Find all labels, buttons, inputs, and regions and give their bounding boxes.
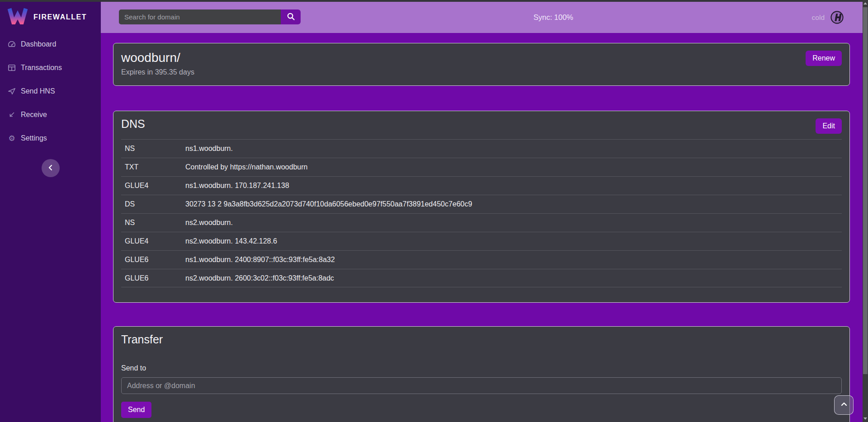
- dns-record-type: GLUE4: [121, 237, 185, 245]
- dns-record-type: GLUE4: [121, 182, 185, 190]
- sync-status: Sync: 100%: [508, 2, 599, 33]
- dns-record-type: TXT: [121, 163, 185, 171]
- page-scrollbar[interactable]: [863, 0, 868, 422]
- domain-search-button[interactable]: [281, 9, 301, 24]
- domain-expiry: Expires in 395.35 days: [121, 68, 842, 76]
- chevron-up-icon: [840, 400, 848, 410]
- dns-record-value: ns2.woodburn. 2600:3c02::f03c:93ff:fe5a:…: [185, 274, 334, 282]
- sidebar-item-send-hns[interactable]: Send HNS: [0, 80, 101, 103]
- sidebar-item-receive[interactable]: Receive: [0, 103, 101, 127]
- domain-card: woodburn/ Expires in 395.35 days Renew: [113, 43, 850, 86]
- dashboard-gauge-icon: [8, 40, 16, 48]
- sidebar-item-dashboard[interactable]: Dashboard: [0, 33, 101, 56]
- dns-record-row: TXTControlled by https://nathan.woodburn: [121, 158, 842, 176]
- domain-title: woodburn/: [121, 51, 842, 65]
- dns-title: DNS: [121, 117, 842, 131]
- dns-record-value: ns2.woodburn. 143.42.128.6: [185, 237, 277, 245]
- sidebar-item-label: Transactions: [21, 64, 62, 72]
- dns-record-row: NSns1.woodburn.: [121, 139, 842, 158]
- sidebar-item-settings[interactable]: ⚙Settings: [0, 127, 101, 150]
- handshake-logo-icon[interactable]: [830, 10, 844, 24]
- scrollbar-thumb[interactable]: [863, 7, 868, 374]
- sidebar-item-label: Settings: [21, 134, 47, 142]
- main-content: woodburn/ Expires in 395.35 days Renew D…: [101, 33, 863, 422]
- firewallet-app: FIREWALLET DashboardTransactionsSend HNS…: [0, 0, 868, 422]
- dns-card: DNS Edit NSns1.woodburn.TXTControlled by…: [113, 111, 850, 303]
- dns-record-value: 30273 13 2 9a3a8fb3d625d2a2073d740f10da6…: [185, 200, 472, 208]
- dns-record-value: Controlled by https://nathan.woodburn: [185, 163, 307, 171]
- renew-button[interactable]: Renew: [806, 51, 842, 66]
- sidebar: FIREWALLET DashboardTransactionsSend HNS…: [0, 2, 101, 422]
- dns-record-type: NS: [121, 145, 185, 153]
- dns-record-row: GLUE6ns2.woodburn. 2600:3c02::f03c:93ff:…: [121, 269, 842, 287]
- scrollbar-up-arrow-icon[interactable]: [863, 2, 867, 5]
- dns-record-value: ns1.woodburn.: [185, 145, 233, 153]
- domain-search-input[interactable]: [119, 9, 281, 24]
- sidebar-collapse-button[interactable]: [42, 159, 60, 177]
- dns-record-row: GLUE4ns2.woodburn. 143.42.128.6: [121, 232, 842, 250]
- transactions-table-icon: [8, 64, 16, 72]
- dns-record-row: GLUE6ns1.woodburn. 2400:8907::f03c:93ff:…: [121, 250, 842, 269]
- settings-gear-icon: ⚙: [8, 134, 16, 142]
- search-icon: [287, 12, 295, 22]
- wallet-indicator: cold: [812, 2, 844, 33]
- sidebar-item-label: Dashboard: [21, 40, 56, 48]
- sidebar-item-label: Receive: [21, 111, 47, 119]
- sidebar-nav: DashboardTransactionsSend HNSReceive⚙Set…: [0, 33, 101, 150]
- dns-record-row: DS30273 13 2 9a3a8fb3d625d2a2073d740f10d…: [121, 195, 842, 213]
- send-button[interactable]: Send: [121, 402, 151, 418]
- dns-record-value: ns2.woodburn.: [185, 219, 233, 227]
- sidebar-item-transactions[interactable]: Transactions: [0, 56, 101, 80]
- transfer-title: Transfer: [121, 333, 842, 346]
- brand[interactable]: FIREWALLET: [0, 2, 101, 26]
- dns-record-type: NS: [121, 219, 185, 227]
- dns-record-row: NSns2.woodburn.: [121, 213, 842, 232]
- firewallet-logo-icon: [8, 8, 28, 26]
- chevron-left-icon: [47, 164, 54, 173]
- send-to-label: Send to: [121, 364, 842, 372]
- dns-record-row: GLUE4ns1.woodburn. 170.187.241.138: [121, 176, 842, 195]
- dns-record-type: GLUE6: [121, 274, 185, 282]
- edit-dns-button[interactable]: Edit: [816, 118, 842, 134]
- window-top-edge: [0, 0, 863, 2]
- wallet-name[interactable]: cold: [812, 14, 825, 22]
- dns-record-value: ns1.woodburn. 170.187.241.138: [185, 182, 289, 190]
- dns-record-value: ns1.woodburn. 2400:8907::f03c:93ff:fe5a:…: [185, 256, 335, 264]
- sidebar-item-label: Send HNS: [21, 87, 55, 95]
- domain-searchbox: [119, 9, 301, 24]
- dns-record-type: DS: [121, 200, 185, 208]
- scroll-to-top-button[interactable]: [834, 395, 854, 415]
- topbar: Sync: 100% cold: [101, 2, 863, 33]
- send-icon: [8, 87, 16, 95]
- transfer-address-input[interactable]: [121, 377, 842, 394]
- dns-record-type: GLUE6: [121, 256, 185, 264]
- receive-icon: [8, 111, 16, 119]
- dns-records: NSns1.woodburn.TXTControlled by https://…: [121, 139, 842, 287]
- transfer-card: Transfer Send to Send: [113, 326, 850, 422]
- scrollbar-down-arrow-icon[interactable]: [863, 417, 867, 420]
- brand-name: FIREWALLET: [33, 13, 87, 21]
